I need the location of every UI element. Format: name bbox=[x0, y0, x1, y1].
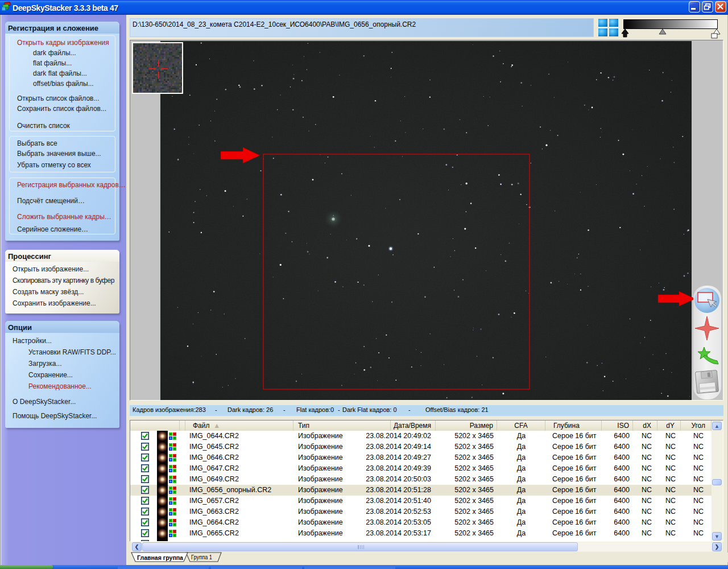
svg-text:Группа 1: Группа 1 bbox=[191, 554, 212, 560]
svg-text:Главная группа: Главная группа bbox=[137, 554, 184, 561]
